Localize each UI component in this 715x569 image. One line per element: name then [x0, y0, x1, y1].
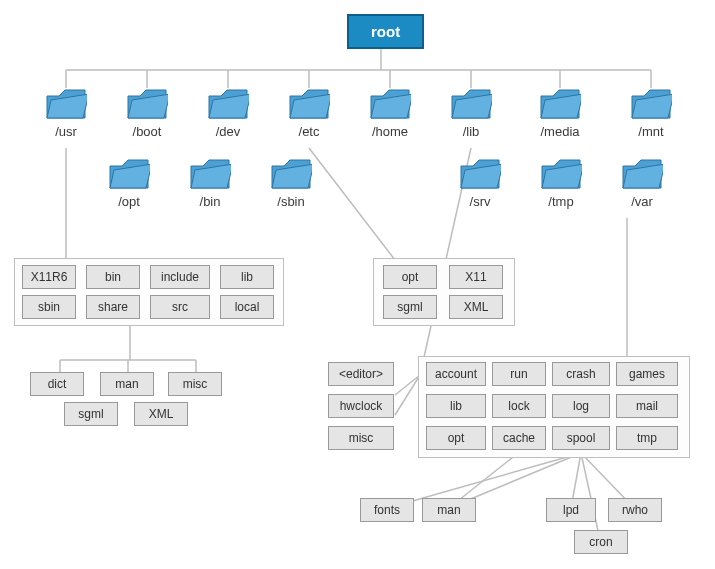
folder-icon	[126, 88, 168, 122]
dir-home: /home	[355, 88, 425, 139]
dir-label: /etc	[274, 124, 344, 139]
folder-icon	[45, 88, 87, 122]
dir-srv: /srv	[445, 158, 515, 209]
dir-label: /lib	[436, 124, 506, 139]
usr-child: src	[150, 295, 210, 319]
svg-line-20	[395, 375, 420, 415]
usr-child: lib	[220, 265, 274, 289]
usr-child: bin	[86, 265, 140, 289]
var-child: run	[492, 362, 546, 386]
lib-child: <editor>	[328, 362, 394, 386]
var-child: lock	[492, 394, 546, 418]
svg-line-19	[395, 375, 420, 395]
root-node: root	[347, 14, 424, 49]
dir-label: /usr	[31, 124, 101, 139]
dir-mnt: /mnt	[616, 88, 686, 139]
folder-icon	[540, 158, 582, 192]
folder-icon	[207, 88, 249, 122]
share-child: XML	[134, 402, 188, 426]
dir-opt: /opt	[94, 158, 164, 209]
var-child: tmp	[616, 426, 678, 450]
etc-child: sgml	[383, 295, 437, 319]
folder-icon	[108, 158, 150, 192]
etc-child: opt	[383, 265, 437, 289]
usr-child: include	[150, 265, 210, 289]
dir-var: /var	[607, 158, 677, 209]
folder-icon	[288, 88, 330, 122]
share-child: sgml	[64, 402, 118, 426]
spool-child: lpd	[546, 498, 596, 522]
usr-child: local	[220, 295, 274, 319]
dir-label: /media	[525, 124, 595, 139]
dir-dev: /dev	[193, 88, 263, 139]
dir-label: /home	[355, 124, 425, 139]
share-child: misc	[168, 372, 222, 396]
folder-icon	[539, 88, 581, 122]
etc-child: X11	[449, 265, 503, 289]
var-child: crash	[552, 362, 610, 386]
dir-label: /tmp	[526, 194, 596, 209]
dir-label: /bin	[175, 194, 245, 209]
var-child: mail	[616, 394, 678, 418]
usr-child-share: share	[86, 295, 140, 319]
folder-icon	[459, 158, 501, 192]
var-child: log	[552, 394, 610, 418]
folder-icon	[621, 158, 663, 192]
dir-label: /mnt	[616, 124, 686, 139]
folder-icon	[270, 158, 312, 192]
var-child: account	[426, 362, 486, 386]
folder-icon	[450, 88, 492, 122]
lib-child: misc	[328, 426, 394, 450]
spool-child: cron	[574, 530, 628, 554]
folder-icon	[369, 88, 411, 122]
share-child: man	[100, 372, 154, 396]
spool-child: rwho	[608, 498, 662, 522]
dir-bin: /bin	[175, 158, 245, 209]
var-child: lib	[426, 394, 486, 418]
dir-etc: /etc	[274, 88, 344, 139]
usr-child: sbin	[22, 295, 76, 319]
dir-media: /media	[525, 88, 595, 139]
lib-child: hwclock	[328, 394, 394, 418]
etc-child: XML	[449, 295, 503, 319]
dir-label: /boot	[112, 124, 182, 139]
share-child: dict	[30, 372, 84, 396]
folder-icon	[630, 88, 672, 122]
dir-label: /sbin	[256, 194, 326, 209]
spool-child: fonts	[360, 498, 414, 522]
filesystem-tree-diagram: { "root": { "label": "root" }, "dirs_row…	[0, 0, 715, 569]
var-child: opt	[426, 426, 486, 450]
svg-line-25	[581, 453, 600, 540]
dir-label: /dev	[193, 124, 263, 139]
dir-boot: /boot	[112, 88, 182, 139]
var-child-spool: spool	[552, 426, 610, 450]
root-label: root	[371, 23, 400, 40]
dir-sbin: /sbin	[256, 158, 326, 209]
folder-icon	[189, 158, 231, 192]
usr-child: X11R6	[22, 265, 76, 289]
var-child: games	[616, 362, 678, 386]
dir-tmp: /tmp	[526, 158, 596, 209]
dir-label: /srv	[445, 194, 515, 209]
dir-usr: /usr	[31, 88, 101, 139]
spool-child: man	[422, 498, 476, 522]
dir-label: /var	[607, 194, 677, 209]
dir-label: /opt	[94, 194, 164, 209]
var-child-cache: cache	[492, 426, 546, 450]
dir-lib: /lib	[436, 88, 506, 139]
